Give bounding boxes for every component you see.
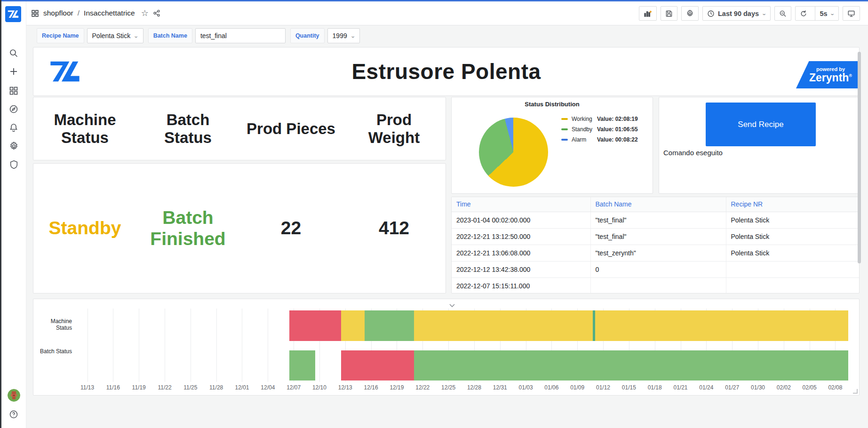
zoom-out-button[interactable] bbox=[774, 6, 791, 21]
timeline-axis-tick: 12/16 bbox=[364, 384, 378, 391]
table-cell: "test_zerynth" bbox=[590, 245, 726, 261]
stat-value: 22 bbox=[239, 164, 342, 293]
variable-dropdown[interactable]: Polenta Stick⌄ bbox=[87, 28, 143, 43]
variable-label: Batch Name bbox=[148, 28, 192, 43]
table-cell: 2022-12-12 13:42:38.000 bbox=[452, 261, 590, 277]
breadcrumb-separator: / bbox=[78, 9, 80, 17]
stat-value: Standby bbox=[33, 164, 136, 293]
star-icon[interactable]: ☆ bbox=[141, 8, 149, 18]
panel-resize-handle[interactable] bbox=[853, 389, 858, 394]
timeline-state-segment bbox=[341, 350, 414, 380]
table-row: 2022-12-07 15:15:11.000 bbox=[452, 277, 860, 293]
legend-swatch bbox=[561, 139, 568, 141]
dashboard-title: Estrusore Polenta bbox=[33, 48, 859, 95]
table-cell: Polenta Stick bbox=[726, 228, 860, 245]
legend-item[interactable]: AlarmValue: 00:08:22 bbox=[561, 136, 638, 143]
help-icon[interactable] bbox=[4, 405, 23, 423]
badge-line2: Zerynth® bbox=[809, 72, 852, 83]
timeline-axis-tick: 11/25 bbox=[183, 384, 197, 391]
cycle-view-button[interactable] bbox=[843, 6, 860, 21]
table-row: 2022-12-12 13:42:38.0000 bbox=[452, 261, 860, 277]
chevron-down-icon: ⌄ bbox=[134, 33, 139, 39]
share-icon[interactable] bbox=[153, 9, 160, 17]
save-dashboard-button[interactable] bbox=[661, 6, 677, 21]
explore-icon[interactable] bbox=[4, 100, 23, 118]
table-cell: "test_final" bbox=[590, 228, 726, 245]
timeline-axis-tick: 01/18 bbox=[648, 384, 662, 391]
table-cell bbox=[590, 277, 726, 293]
variable-label: Recipe Name bbox=[37, 28, 84, 43]
table-row: 2023-01-04 00:02:00.000"test_final"Polen… bbox=[452, 212, 860, 228]
stat-values-panel: StandbyBatch Finished22412 bbox=[33, 163, 446, 293]
shield-icon[interactable] bbox=[4, 156, 23, 174]
table-row: 2022-12-21 13:06:08.000"test_zerynth"Pol… bbox=[452, 245, 860, 261]
variable-label: Quantity bbox=[290, 28, 325, 43]
stat-header: Machine Status bbox=[33, 97, 136, 160]
timeline-row-label: Machine Status bbox=[33, 318, 72, 331]
breadcrumb-dashboard[interactable]: Insacchettatrice bbox=[84, 9, 135, 17]
timeline-axis-tick: 11/13 bbox=[80, 384, 94, 391]
table-column-header[interactable]: Batch Name bbox=[590, 197, 726, 212]
timeline-axis-tick: 01/21 bbox=[673, 384, 687, 391]
legend-label: Alarm bbox=[572, 136, 597, 143]
timeline-axis-tick: 02/05 bbox=[803, 384, 817, 391]
variable-value: 1999 bbox=[333, 32, 347, 40]
timeline-axis-tick: 12/07 bbox=[287, 384, 301, 391]
legend-value: Value: 01:06:55 bbox=[597, 126, 638, 133]
pie-legend: WorkingValue: 02:08:19StandbyValue: 01:0… bbox=[561, 116, 638, 143]
legend-swatch bbox=[561, 128, 568, 130]
time-range-picker[interactable]: Last 90 days ⌄ bbox=[702, 6, 771, 21]
timeline-axis-tick: 12/19 bbox=[390, 384, 404, 391]
timeline-axis-tick: 02/08 bbox=[828, 384, 842, 391]
legend-item[interactable]: WorkingValue: 02:08:19 bbox=[561, 116, 638, 122]
navbar-actions: Last 90 days ⌄ 5s ⌄ bbox=[639, 6, 860, 21]
breadcrumb: shopfloor / Insacchettatrice ☆ bbox=[31, 1, 160, 25]
variable-input[interactable] bbox=[195, 28, 286, 43]
timeline-axis-tick: 11/19 bbox=[132, 384, 146, 391]
timeline-axis-tick: 01/30 bbox=[751, 384, 765, 391]
status-distribution-panel: Status Distribution WorkingValue: 02:08:… bbox=[451, 97, 653, 194]
search-icon[interactable] bbox=[4, 44, 23, 62]
top-navbar: shopfloor / Insacchettatrice ☆ Last 90 d… bbox=[26, 1, 868, 25]
legend-swatch bbox=[561, 118, 568, 120]
add-icon[interactable] bbox=[4, 63, 23, 80]
table-cell: Polenta Stick bbox=[726, 245, 860, 261]
stat-header: Prod Pieces bbox=[239, 97, 342, 160]
timeline-axis-tick: 12/28 bbox=[467, 384, 481, 391]
table-cell: 2022-12-21 13:12:50.000 bbox=[452, 228, 590, 245]
recipe-table-panel: TimeBatch NameRecipe NR 2023-01-04 00:02… bbox=[451, 197, 860, 293]
refresh-button-group: 5s ⌄ bbox=[795, 6, 839, 21]
window-left-edge bbox=[0, 0, 1, 428]
legend-item[interactable]: StandbyValue: 01:06:55 bbox=[561, 126, 638, 133]
chevron-down-icon: ⌄ bbox=[350, 33, 356, 39]
timeline-axis-tick: 01/09 bbox=[570, 384, 584, 391]
timeline-axis-tick: 02/02 bbox=[777, 384, 791, 391]
stat-value: 412 bbox=[342, 164, 446, 293]
window-top-accent bbox=[0, 0, 868, 1]
table-cell: 2023-01-04 00:02:00.000 bbox=[452, 212, 590, 228]
timeline-series-row bbox=[70, 310, 852, 341]
dashboards-icon[interactable] bbox=[4, 82, 23, 100]
page-scrollbar-thumb[interactable] bbox=[858, 52, 861, 263]
alerting-icon[interactable] bbox=[4, 119, 23, 136]
configuration-gear-icon[interactable] bbox=[4, 137, 23, 155]
breadcrumb-folder[interactable]: shopfloor bbox=[43, 9, 73, 17]
add-panel-button[interactable] bbox=[639, 6, 657, 21]
dashboard-settings-button[interactable] bbox=[681, 6, 699, 21]
user-avatar[interactable] bbox=[8, 389, 20, 402]
status-pie bbox=[479, 118, 548, 187]
table-column-header[interactable]: Recipe NR bbox=[726, 197, 860, 212]
refresh-interval-dropdown[interactable]: 5s ⌄ bbox=[815, 7, 838, 20]
refresh-button[interactable] bbox=[796, 7, 812, 20]
stat-value: Batch Finished bbox=[136, 164, 239, 293]
table-cell: 2022-12-07 15:15:11.000 bbox=[452, 277, 590, 293]
stat-header: Batch Status bbox=[136, 97, 239, 160]
send-recipe-panel: Send Recipe Comando eseguito bbox=[659, 97, 860, 194]
variable-dropdown[interactable]: 1999⌄ bbox=[327, 28, 360, 43]
table-column-header[interactable]: Time bbox=[452, 197, 590, 212]
zerynth-logo[interactable] bbox=[5, 6, 21, 22]
state-timeline-panel: Machine StatusBatch Status 11/1311/1611/… bbox=[33, 299, 860, 396]
legend-value: Value: 02:08:19 bbox=[597, 116, 638, 122]
timeline-axis-tick: 01/06 bbox=[544, 384, 558, 391]
send-recipe-button[interactable]: Send Recipe bbox=[706, 103, 816, 146]
